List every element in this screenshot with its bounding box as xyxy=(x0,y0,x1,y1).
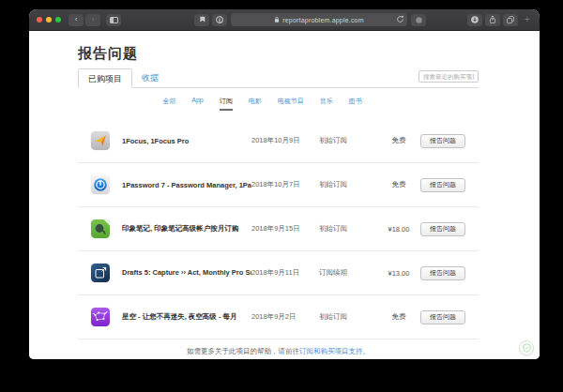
purchase-type: 初始订阅 xyxy=(319,224,377,234)
report-problem-button[interactable]: 报告问题 xyxy=(420,222,465,236)
page-title: 报告问题 xyxy=(78,45,479,63)
filter-music[interactable]: 音乐 xyxy=(320,97,333,111)
flag-extension-button[interactable] xyxy=(194,14,209,26)
1password-app-icon xyxy=(91,175,110,194)
share-icon xyxy=(488,15,497,24)
purchase-title: Drafts 5: Capture ›› Act, Monthly Pro Su… xyxy=(122,268,251,278)
table-row: 星空 - 让您不再迷失, 夜空高级 - 每月 2018年9月2日 初始订阅 免费… xyxy=(78,295,479,339)
onepassword-extension-button[interactable] xyxy=(212,14,227,26)
sidebar-icon xyxy=(110,17,118,23)
forward-button[interactable]: › xyxy=(85,14,100,26)
purchase-type: 初始订阅 xyxy=(319,180,377,189)
tab-overview-button[interactable] xyxy=(503,14,518,26)
purchase-date: 2018年9月2日 xyxy=(251,312,319,322)
report-a-problem-page: 报告问题 已购项目 收据 全部 App 订阅 电影 电视节目 音乐 图书 xyxy=(29,31,540,359)
purchase-price: ¥13.00 xyxy=(377,269,420,278)
safari-window: ‹ › reportaproblem.apple.com xyxy=(29,9,540,359)
sidebar-toggle-button[interactable] xyxy=(106,14,121,26)
table-row: 1Password 7 - Password Manager, 1Passwor… xyxy=(78,163,479,207)
purchase-title: 印象笔记, 印象笔记高级帐户按月订购 xyxy=(122,224,251,234)
purchase-type: 订阅续期 xyxy=(319,268,377,278)
purchase-date: 2018年10月9日 xyxy=(251,136,319,145)
purchase-type: 初始订阅 xyxy=(319,312,377,322)
filter-tv-shows[interactable]: 电视节目 xyxy=(278,97,304,111)
filter-movies[interactable]: 电影 xyxy=(249,97,262,111)
window-controls xyxy=(37,17,61,23)
night-sky-app-icon xyxy=(91,308,110,326)
zoom-button[interactable] xyxy=(55,17,61,23)
filter-books[interactable]: 图书 xyxy=(349,97,362,111)
lock-icon xyxy=(274,16,280,23)
address-bar[interactable]: reportaproblem.apple.com xyxy=(231,13,407,26)
filter-subscriptions[interactable]: 订阅 xyxy=(220,97,233,111)
url-text: reportaproblem.apple.com xyxy=(282,17,364,23)
green-shield-icon xyxy=(523,343,531,353)
table-row: 印象笔记, 印象笔记高级帐户按月订购 2018年9月15日 初始订阅 ¥18.0… xyxy=(78,207,479,251)
tab-receipts[interactable]: 收据 xyxy=(132,68,168,87)
purchase-price: 免费 xyxy=(377,136,420,145)
flag-icon xyxy=(197,15,206,24)
search-input[interactable] xyxy=(418,70,479,83)
purchase-price: 免费 xyxy=(377,312,420,322)
category-filters: 全部 App 订阅 电影 电视节目 音乐 图书 xyxy=(78,97,479,111)
downloads-button[interactable] xyxy=(467,14,482,26)
purchase-price: 免费 xyxy=(377,180,420,189)
back-button[interactable]: ‹ xyxy=(68,14,84,26)
adguard-assistant-badge[interactable] xyxy=(519,340,534,355)
drafts-app-icon xyxy=(91,264,110,282)
report-problem-button[interactable]: 报告问题 xyxy=(420,134,465,148)
section-tabs: 已购项目 收据 xyxy=(78,68,479,88)
tab-overview-icon xyxy=(506,15,515,24)
subscription-support-link[interactable]: 订阅和购买项目支持 xyxy=(299,347,363,355)
footer-suffix: 。 xyxy=(363,347,371,355)
help-footer: 如需更多关于此项目的帮助，请前往订阅和购买项目支持。 xyxy=(78,347,479,356)
footer-text: 如需更多关于此项目的帮助，请前往 xyxy=(187,347,299,355)
purchase-date: 2018年10月7日 xyxy=(251,180,319,189)
purchase-title: 星空 - 让您不再迷失, 夜空高级 - 每月 xyxy=(122,312,251,322)
purchase-type: 初始订阅 xyxy=(319,136,377,145)
keyhole-icon xyxy=(215,15,224,24)
table-row: Drafts 5: Capture ›› Act, Monthly Pro Su… xyxy=(78,251,479,295)
purchase-title: 1Password 7 - Password Manager, 1Passwor… xyxy=(122,181,251,189)
refresh-icon[interactable] xyxy=(396,15,404,23)
purchase-price: ¥18.00 xyxy=(377,225,420,234)
filter-all[interactable]: 全部 xyxy=(162,97,175,111)
report-problem-button[interactable]: 报告问题 xyxy=(420,266,465,280)
purchase-date: 2018年9月11日 xyxy=(251,268,319,278)
report-problem-button[interactable]: 报告问题 xyxy=(420,310,465,324)
download-icon xyxy=(470,15,479,24)
tab-purchased-items[interactable]: 已购项目 xyxy=(78,68,132,88)
purchase-title: 1Focus, 1Focus Pro xyxy=(122,137,251,145)
close-button[interactable] xyxy=(37,17,42,23)
report-problem-button[interactable]: 报告问题 xyxy=(420,178,465,192)
evernote-app-icon xyxy=(91,219,110,238)
share-button[interactable] xyxy=(485,14,500,26)
shield-extension-icon xyxy=(415,16,423,24)
table-row: 1Focus, 1Focus Pro 2018年10月9日 初始订阅 免费 报告… xyxy=(78,119,479,163)
filter-app[interactable]: App xyxy=(191,97,203,111)
browser-toolbar: ‹ › reportaproblem.apple.com xyxy=(29,9,540,31)
purchase-list: 1Focus, 1Focus Pro 2018年10月9日 初始订阅 免费 报告… xyxy=(78,119,479,339)
new-tab-button[interactable]: + xyxy=(523,14,532,26)
minimize-button[interactable] xyxy=(46,17,52,23)
1focus-app-icon xyxy=(91,131,110,150)
purchase-date: 2018年9月15日 xyxy=(251,224,319,234)
adguard-extension-button[interactable] xyxy=(411,14,426,26)
